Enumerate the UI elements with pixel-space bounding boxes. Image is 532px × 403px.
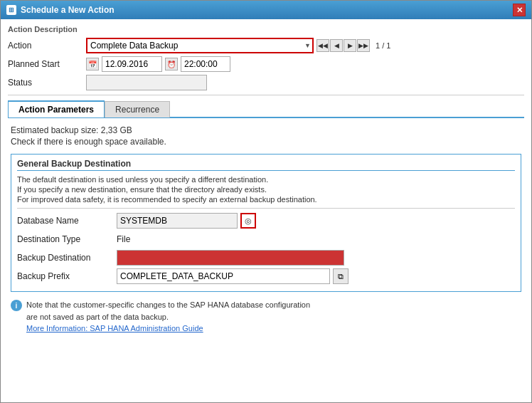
info-line3: For improved data safety, it is recommen… — [17, 195, 515, 204]
note-line2: are not saved as part of the data backup… — [26, 313, 169, 321]
note-line1: Note that the customer-specific changes … — [26, 300, 310, 309]
backup-dest-label: Backup Destination — [17, 253, 117, 263]
info-line1: The default destination is used unless y… — [17, 175, 515, 184]
status-label: Status — [8, 78, 86, 88]
tabs-row: Action Parameters Recurrence — [8, 100, 524, 118]
window-title: Schedule a New Action — [21, 5, 115, 15]
info-line2: If you specify a new destination, ensure… — [17, 185, 515, 194]
backup-prefix-input[interactable] — [117, 268, 330, 284]
dest-type-label: Destination Type — [17, 234, 117, 244]
check-space-text: Check if there is enough space available… — [11, 137, 521, 147]
planned-start-label: Planned Start — [8, 59, 86, 69]
section-divider — [17, 208, 515, 209]
db-browse-button[interactable]: ◎ — [240, 213, 256, 229]
title-bar-left: ⊞ Schedule a New Action — [6, 5, 115, 15]
action-select-wrapper: Complete Data Backup — [86, 38, 314, 53]
backup-prefix-row: Backup Prefix ⧉ — [17, 268, 515, 284]
db-input-wrapper: ◎ — [117, 213, 256, 229]
backup-dest-row: Backup Destination — [17, 250, 515, 266]
tab-content: Estimated backup size: 2,33 GB Check if … — [8, 118, 524, 337]
dest-type-value: File — [117, 234, 130, 244]
action-label: Action — [8, 41, 86, 51]
nav-last-button[interactable]: ▶▶ — [357, 39, 370, 52]
action-input-wrapper: Complete Data Backup ◀◀ ◀ ▶ ▶▶ 1 / 1 — [86, 38, 524, 53]
content-area: Action Description Action Complete Data … — [1, 19, 531, 402]
main-window: ⊞ Schedule a New Action ✕ Action Descrip… — [0, 0, 532, 403]
estimated-size-text: Estimated backup size: 2,33 GB — [11, 125, 521, 135]
action-description-label: Action Description — [8, 25, 524, 33]
tab-action-parameters[interactable]: Action Parameters — [8, 100, 105, 117]
backup-prefix-wrapper: ⧉ — [117, 268, 349, 284]
close-button[interactable]: ✕ — [513, 4, 526, 16]
planned-start-row: Planned Start 📅 ⏰ — [8, 56, 524, 72]
backup-prefix-label: Backup Prefix — [17, 271, 117, 281]
copy-button[interactable]: ⧉ — [333, 268, 349, 284]
status-row: Status — [8, 75, 524, 90]
date-input-wrapper: 📅 ⏰ — [86, 56, 230, 72]
window-icon: ⊞ — [6, 5, 16, 15]
calendar-icon[interactable]: 📅 — [86, 58, 99, 70]
backup-dest-input[interactable] — [117, 250, 344, 266]
date-input[interactable] — [102, 56, 162, 72]
action-select[interactable]: Complete Data Backup — [86, 38, 314, 53]
general-backup-title: General Backup Destination — [17, 159, 515, 171]
page-indicator: 1 / 1 — [376, 41, 390, 50]
note-text: Note that the customer-specific changes … — [26, 299, 310, 335]
status-field — [86, 75, 207, 90]
note-link[interactable]: More Information: SAP HANA Administratio… — [26, 324, 203, 333]
divider — [8, 95, 524, 95]
db-name-input[interactable] — [117, 213, 238, 229]
action-row: Action Complete Data Backup ◀◀ ◀ ▶ ▶▶ 1 … — [8, 38, 524, 53]
note-info-icon: i — [11, 300, 22, 311]
nav-buttons: ◀◀ ◀ ▶ ▶▶ — [316, 39, 370, 52]
nav-next-button[interactable]: ▶ — [344, 39, 356, 52]
note-section: i Note that the customer-specific change… — [11, 299, 521, 335]
title-bar: ⊞ Schedule a New Action ✕ — [1, 1, 531, 19]
db-name-label: Database Name — [17, 216, 117, 226]
nav-first-button[interactable]: ◀◀ — [316, 39, 329, 52]
tab-recurrence[interactable]: Recurrence — [105, 101, 170, 117]
time-input[interactable] — [181, 56, 230, 72]
dest-type-row: Destination Type File — [17, 231, 515, 247]
clock-icon[interactable]: ⏰ — [165, 58, 178, 70]
general-backup-section: General Backup Destination The default d… — [11, 154, 521, 292]
db-name-row: Database Name ◎ — [17, 213, 515, 229]
nav-prev-button[interactable]: ◀ — [330, 39, 343, 52]
